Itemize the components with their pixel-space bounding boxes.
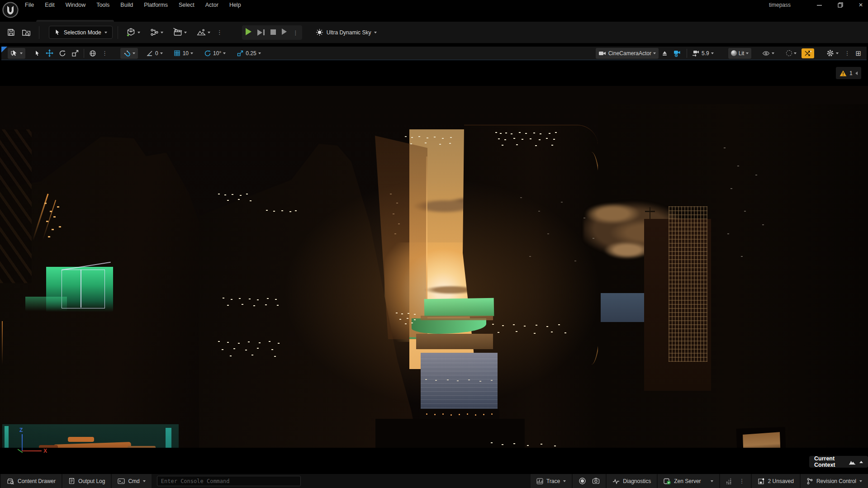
toolbar-separator [687, 49, 687, 58]
transform-select-dropdown[interactable] [8, 48, 25, 59]
unsaved-button[interactable]: 2 Unsaved [752, 474, 800, 488]
diagnostics-button[interactable]: Diagnostics [607, 474, 657, 488]
revision-control-label: Revision Control [816, 478, 856, 484]
camera-actor-dropdown[interactable]: CineCameraActor [596, 48, 659, 59]
scale-snap-dropdown[interactable]: 0.25 [234, 48, 263, 59]
cmd-label: Cmd [128, 478, 139, 484]
screenshot-icon[interactable] [592, 478, 600, 484]
revision-control-dropdown[interactable]: Revision Control [801, 474, 868, 488]
selected-actor-dropdown[interactable]: Ultra Dynamic Sky [316, 28, 377, 36]
play-button[interactable] [246, 28, 251, 37]
game-view-dropdown[interactable] [783, 48, 799, 59]
toolbar-overflow-button[interactable]: ⋮ [213, 26, 226, 39]
menu-build[interactable]: Build [120, 2, 133, 8]
burger-sign-image [743, 432, 782, 448]
rotate-tool-button[interactable] [56, 48, 69, 59]
quad-view-button[interactable]: ⊞ [853, 48, 864, 59]
camera-speed-dropdown[interactable]: 5.9 [689, 48, 716, 59]
viewport-3d[interactable]: ⋮ 0 10 10° [0, 43, 868, 474]
content-drawer-icon [7, 478, 14, 484]
minimize-button[interactable] [812, 0, 826, 10]
blueprint-nodes-icon [150, 28, 159, 37]
selection-mode-dropdown[interactable]: Selection Mode [49, 26, 113, 39]
landscape-icon [197, 28, 206, 37]
menu-help[interactable]: Help [229, 2, 241, 8]
menu-file[interactable]: File [25, 2, 34, 8]
unreal-logo-icon[interactable] [2, 2, 19, 18]
output-log-button[interactable]: Output Log [62, 474, 111, 488]
eject-pilot-button[interactable] [659, 48, 671, 59]
viewport-settings-dropdown[interactable] [824, 48, 841, 59]
teal-light-strip-right [166, 428, 171, 448]
rotation-snap-dropdown[interactable]: 10° [201, 48, 228, 59]
zen-server-label: Zen Server [674, 478, 701, 484]
warning-badge[interactable]: 1 [836, 67, 861, 79]
current-context-button[interactable]: Current Context [809, 456, 868, 468]
chevron-down-icon [20, 52, 23, 54]
menu-actor[interactable]: Actor [205, 2, 218, 8]
record-icon[interactable] [579, 477, 586, 485]
viewport-overflow-button[interactable]: ⋮ [841, 48, 853, 59]
select-arrow-icon [34, 50, 40, 57]
blueprints-dropdown[interactable] [147, 26, 166, 39]
viewport-tool-overflow[interactable]: ⋮ [99, 48, 110, 59]
unreal-editor-window: File Edit Window Tools Build Platforms S… [0, 0, 868, 488]
window-lights [724, 147, 726, 148]
move-tool-button[interactable] [43, 48, 56, 59]
launch-button[interactable] [282, 28, 287, 37]
browse-content-button[interactable] [19, 26, 34, 39]
kebab-icon: ⋮ [102, 51, 108, 56]
menu-platforms[interactable]: Platforms [144, 2, 168, 8]
toolbar-separator [118, 26, 118, 39]
cmd-dropdown[interactable]: Cmd [112, 474, 151, 488]
shore-band [421, 316, 493, 320]
select-tool-button[interactable] [32, 48, 43, 59]
menu-edit[interactable]: Edit [45, 2, 55, 8]
window-lights [218, 341, 220, 342]
launch-icon [282, 28, 287, 35]
camera-actor-label: CineCameraActor [608, 50, 651, 57]
cursor-cube-icon [10, 50, 18, 57]
surface-snapping-dropdown[interactable] [120, 48, 138, 59]
view-mode-dropdown[interactable]: Lit [728, 48, 752, 59]
camera-speed-icon [692, 50, 700, 57]
play-options-button[interactable]: ⋮ [293, 28, 299, 37]
align-snap-dropdown[interactable]: 0 [143, 48, 166, 59]
save-button[interactable] [4, 26, 19, 39]
scale-tool-button[interactable] [69, 48, 81, 59]
chevron-down-icon [859, 480, 862, 482]
grid-snap-dropdown[interactable]: 10 [171, 48, 196, 59]
close-button[interactable]: ✕ [854, 0, 868, 10]
rotation-snap-icon [204, 50, 211, 57]
world-local-toggle[interactable] [86, 48, 99, 59]
view-mode-label: Lit [739, 50, 745, 57]
menu-window[interactable]: Window [66, 2, 85, 8]
girder-structure [0, 129, 32, 283]
chevron-down-icon [563, 480, 566, 482]
content-drawer-button[interactable]: Content Drawer [1, 474, 62, 488]
hologram-left-reflection [25, 297, 67, 311]
add-cube-icon [126, 28, 136, 37]
restore-button[interactable] [834, 0, 847, 10]
show-flags-dropdown[interactable] [759, 48, 777, 59]
weapon-rifle-stock [39, 445, 58, 448]
cinematic-viewport-button[interactable] [802, 48, 814, 58]
landscape-mode-dropdown[interactable] [194, 26, 213, 39]
add-actor-dropdown[interactable] [123, 26, 143, 39]
pilot-camera-button[interactable] [671, 48, 684, 59]
menu-select[interactable]: Select [179, 2, 194, 8]
menu-tools[interactable]: Tools [96, 2, 109, 8]
grid-dots-icon[interactable] [726, 478, 732, 484]
kebab-icon[interactable]: ⋮ [739, 479, 745, 483]
chevron-down-icon [184, 32, 187, 33]
close-icon: ✕ [859, 2, 863, 8]
viewport-maximize-corner[interactable] [1, 47, 7, 52]
console-command-input[interactable] [157, 476, 301, 486]
cinematics-dropdown[interactable] [170, 26, 190, 39]
grid-snap-value: 10 [183, 50, 189, 57]
output-log-label: Output Log [78, 478, 105, 484]
zen-server-dropdown[interactable]: Zen Server [658, 474, 719, 488]
trace-dropdown[interactable]: Trace [531, 474, 572, 488]
frame-skip-button[interactable] [257, 29, 265, 36]
stop-button[interactable] [270, 28, 276, 37]
